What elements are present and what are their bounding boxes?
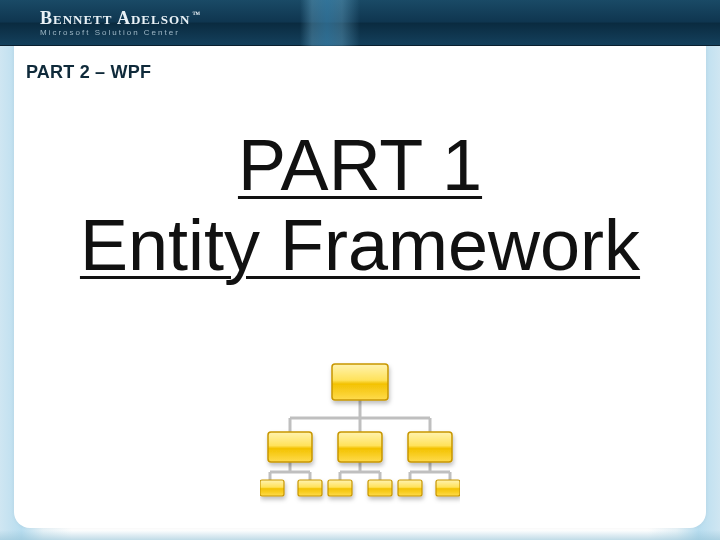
title-line2: Entity Framework [80, 206, 640, 285]
slide: Bennett Adelson™ Microsoft Solution Cent… [0, 0, 720, 540]
org-chart-icon [260, 360, 460, 510]
brand-tm: ™ [192, 10, 201, 19]
svg-rect-9 [436, 480, 460, 496]
svg-rect-4 [260, 480, 284, 496]
brand-sub: Microsoft Solution Center [40, 29, 201, 37]
brand-main: Bennett Adelson [40, 8, 190, 28]
svg-rect-7 [368, 480, 392, 496]
bottom-edge [0, 530, 720, 540]
breadcrumb: PART 2 – WPF [26, 62, 151, 83]
svg-rect-0 [332, 364, 388, 400]
header-bar: Bennett Adelson™ Microsoft Solution Cent… [0, 0, 720, 46]
svg-rect-3 [408, 432, 452, 462]
svg-rect-2 [338, 432, 382, 462]
svg-rect-8 [398, 480, 422, 496]
svg-rect-1 [268, 432, 312, 462]
svg-rect-5 [298, 480, 322, 496]
title-line1: PART 1 [238, 128, 482, 204]
title-block: PART 1 Entity Framework [0, 128, 720, 285]
header-accent [300, 0, 360, 46]
svg-rect-6 [328, 480, 352, 496]
brand-logo: Bennett Adelson™ Microsoft Solution Cent… [40, 9, 201, 37]
